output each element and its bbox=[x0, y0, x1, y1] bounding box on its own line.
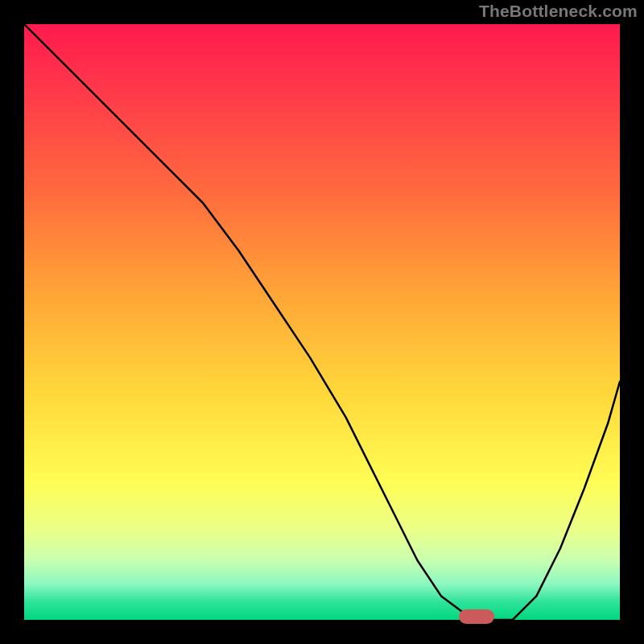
optimal-marker bbox=[459, 609, 494, 624]
watermark-text: TheBottleneck.com bbox=[479, 2, 638, 21]
chart-container: TheBottleneck.com bbox=[0, 0, 644, 644]
bottleneck-curve bbox=[24, 24, 620, 620]
plot-area bbox=[24, 24, 620, 620]
